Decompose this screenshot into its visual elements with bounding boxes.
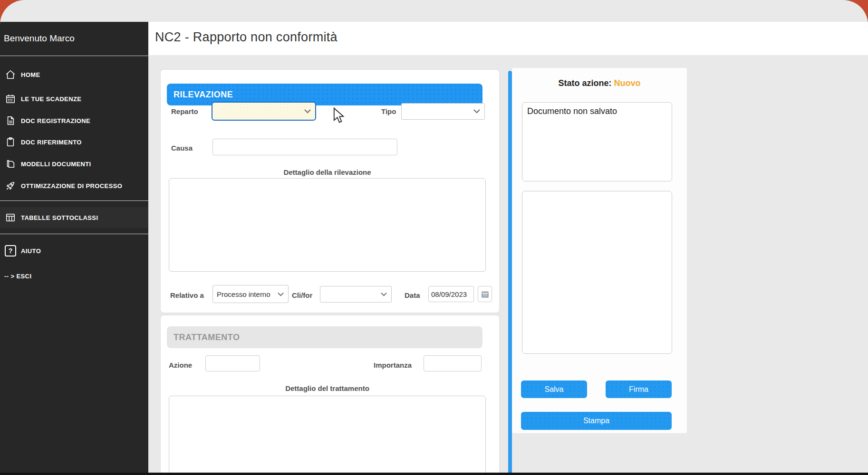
dettaglio-trattamento-label: Dettaglio del trattamento <box>169 384 486 392</box>
salva-button[interactable]: Salva <box>521 380 587 398</box>
sidebar-item-label: OTTIMIZZAZIONE DI PROCESSO <box>21 182 122 190</box>
notes-box[interactable] <box>522 191 672 354</box>
chevron-down-icon <box>473 107 481 115</box>
sidebar-item-aiuto[interactable]: ? AIUTO <box>0 240 148 261</box>
azione-input[interactable] <box>205 355 260 371</box>
sidebar-item-label: MODELLI DOCUMENTI <box>21 161 91 168</box>
trattamento-card: TRATTAMENTO Azione Importanza Dettaglio … <box>161 315 499 475</box>
status-line: Stato azione:Nuovo <box>512 78 687 88</box>
dettaglio-trattamento-textarea[interactable] <box>169 396 486 475</box>
document-log-box[interactable]: Documento non salvato <box>522 102 672 181</box>
relativo-a-select-value: Processo interno <box>217 290 270 298</box>
sidebar-item-doc-riferimento[interactable]: DOC RIFERIMENTO <box>0 132 148 152</box>
sidebar-divider <box>0 56 148 56</box>
importanza-label: Importanza <box>374 361 412 369</box>
app-window: NC2 - Rapporto non conformità Benvenuto … <box>0 0 868 475</box>
azione-label: Azione <box>169 361 192 369</box>
status-badge: Nuovo <box>614 78 641 88</box>
status-label: Stato azione: <box>558 78 611 88</box>
tipo-label: Tipo <box>381 107 396 115</box>
clifor-label: Cli/for <box>292 291 312 299</box>
help-icon: ? <box>4 245 17 257</box>
calendar-picker-button[interactable] <box>478 286 492 302</box>
sidebar-item-label: TABELLE SOTTOCLASSI <box>21 214 98 221</box>
sidebar-item-scadenze[interactable]: LE TUE SCADENZE <box>0 88 148 109</box>
window-bottom-edge <box>0 473 868 475</box>
data-label: Data <box>405 291 420 299</box>
sidebar-item-label: HOME <box>21 71 40 78</box>
action-panel: Stato azione:Nuovo Documento non salvato… <box>512 68 687 433</box>
sidebar-divider <box>0 234 148 234</box>
panel-accent-bar <box>508 71 512 475</box>
sidebar: Benvenuto Marco HOME LE TUE SCADENZE DOC… <box>0 22 148 473</box>
chevron-down-icon <box>380 290 387 298</box>
copy-icon <box>4 158 17 170</box>
reparto-label: Reparto <box>171 107 198 115</box>
relativo-a-select[interactable]: Processo interno <box>212 285 289 303</box>
dettaglio-rilevazione-label: Dettaglio della rilevazione <box>169 168 486 176</box>
chevron-down-icon <box>304 107 311 115</box>
stampa-button[interactable]: Stampa <box>521 412 672 430</box>
table-icon <box>4 211 17 224</box>
sidebar-item-home[interactable]: HOME <box>0 64 148 85</box>
sidebar-item-tabelle-sottoclassi[interactable]: TABELLE SOTTOCLASSI <box>0 207 148 228</box>
chevron-down-icon <box>277 290 284 298</box>
reparto-select[interactable] <box>212 102 316 121</box>
sidebar-item-label: DOC RIFERIMENTO <box>21 139 82 146</box>
rilevazione-card: RILEVAZIONE Reparto Tipo Causa Dettaglio… <box>161 70 499 313</box>
rocket-icon <box>4 180 17 192</box>
sidebar-divider <box>0 200 148 201</box>
sidebar-item-ottimizzazione[interactable]: OTTIMIZZAZIONE DI PROCESSO <box>0 175 148 196</box>
clipboard-icon <box>4 136 17 148</box>
relativo-a-label: Relativo a <box>170 291 204 299</box>
header-bar: NC2 - Rapporto non conformità <box>148 22 868 55</box>
causa-input[interactable] <box>212 139 397 155</box>
page-title: NC2 - Rapporto non conformità <box>155 30 338 45</box>
sidebar-item-label: LE TUE SCADENZE <box>21 95 81 103</box>
trattamento-header: TRATTAMENTO <box>167 326 482 348</box>
home-icon <box>4 68 17 81</box>
sidebar-item-label: AIUTO <box>21 247 41 255</box>
mouse-cursor <box>333 107 345 124</box>
calendar-icon <box>4 93 17 105</box>
causa-label: Causa <box>171 144 193 152</box>
document-icon <box>4 114 17 127</box>
data-input[interactable] <box>428 286 474 302</box>
dettaglio-rilevazione-textarea[interactable] <box>169 178 486 272</box>
sidebar-item-doc-registrazione[interactable]: DOC REGISTRAZIONE <box>0 110 148 131</box>
tipo-select[interactable] <box>401 103 485 120</box>
sidebar-item-esci[interactable]: -- > ESCI <box>0 266 148 286</box>
clifor-select[interactable] <box>320 286 392 303</box>
firma-button[interactable]: Firma <box>606 380 672 398</box>
welcome-text: Benvenuto Marco <box>4 33 75 44</box>
sidebar-item-label: DOC REGISTRAZIONE <box>21 117 90 124</box>
sidebar-item-label: -- > ESCI <box>4 273 31 280</box>
sidebar-item-modelli-documenti[interactable]: MODELLI DOCUMENTI <box>0 153 148 174</box>
importanza-input[interactable] <box>424 355 482 371</box>
